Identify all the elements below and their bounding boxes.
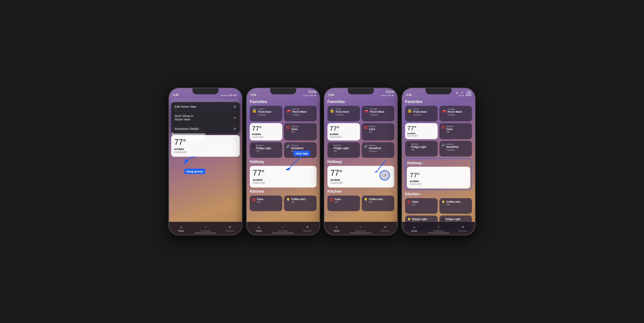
ecobee-tile-4[interactable]: 77° ecobee Cool to 80° (405, 123, 438, 139)
signal-icon-4: ▲▲▲ (458, 94, 464, 96)
time-1: 3:45 (173, 93, 178, 96)
home-label-3: Home (334, 230, 340, 232)
fridge-light-tile-2[interactable]: ☰ Kitchen Fridge Light Off (250, 142, 282, 158)
foyer-tile-4[interactable]: 🔒 Foyer Front Door Locked (405, 106, 438, 121)
tile-text: Kitchen Cans Off (291, 125, 298, 133)
phone-frame-1: 3:45 ▲▲▲ WiFi ▮ ▷ Edit Home View ⊞ Don't… (168, 88, 242, 235)
cans-icon-4: ⭕ (442, 125, 445, 129)
foyer-front-door-tile-2[interactable]: 🔒 Foyer Front Door Locked (250, 106, 282, 121)
tile-text: Garage Perch West Closed (448, 108, 462, 116)
collapse-arrow-3 (368, 159, 390, 172)
dont-show-item[interactable]: Don't Show inHome View ⊖ (171, 111, 240, 124)
tile-status: Off (291, 131, 298, 133)
homepod-tile-4[interactable]: 🔊 Kitchen HomePod Paused (440, 141, 472, 157)
hallway-status-4: Cool to 80° (410, 183, 467, 185)
tile-title: Fridge Light (256, 147, 271, 150)
coffee-tile-k3[interactable]: 💡 Coffee and... Off (362, 196, 394, 211)
tile-title: HomePod (446, 145, 458, 148)
fridge-light-icon-4: ☰ (442, 218, 444, 221)
fridge-tile-4[interactable]: ☰ Kitchen Fridge Light Off (405, 141, 438, 157)
nav-automation-1[interactable]: ✓ Automation (193, 225, 218, 232)
cans-tile-k3[interactable]: ⭕ Cans Off (328, 196, 360, 211)
nav-discover-4[interactable]: ★ Discover (451, 225, 475, 232)
garage-icon-3: 🚗 (364, 108, 369, 113)
edit-home-label: Edit Home View (175, 105, 196, 108)
tile-title: HomePod (291, 147, 303, 150)
tile-title: Coffee and... (291, 198, 307, 201)
favorites-header-4: Favorites (405, 99, 472, 104)
tile-title: Perch West (292, 110, 306, 113)
favorites-header-2: Favorites (250, 99, 316, 104)
nav-discover-2[interactable]: ★ Discover (295, 225, 320, 232)
foyer-tile-3[interactable]: 🔒 Foyer Front Door Locked (328, 106, 360, 121)
garage-icon-2: 🚗 (286, 108, 291, 113)
nav-automation-2[interactable]: ✓ Automation (271, 225, 295, 232)
tile-top: ☰ Kitchen Fridge Light Off (252, 144, 280, 152)
tile-status: Off (334, 201, 341, 203)
tile-title: Cans (412, 200, 418, 203)
fridge-icon-3: ☰ (330, 145, 332, 148)
automation-label-3: Automation (356, 230, 366, 232)
tile-title: Cans (446, 128, 454, 131)
cans-tile-k4[interactable]: ⭕ Cans Off (405, 198, 438, 214)
tile-status: Off (411, 148, 426, 151)
screen-3: 3:45 ▲▲▲ WiFi ▮ Perch Done Favorites (324, 88, 397, 235)
coffee-tile-2[interactable]: 💡 Coffee and... Off (284, 196, 316, 211)
nav-home-1[interactable]: ⌂ Home (169, 225, 193, 232)
tile-title: Fridge Light (334, 147, 349, 150)
nav-home-2[interactable]: ⌂ Home (247, 225, 271, 232)
coffee-tile-k4[interactable]: 💡 Coffee and... Off (440, 198, 472, 214)
nav-discover-1[interactable]: ★ Discover (218, 225, 242, 232)
garage-perch-tile-2[interactable]: 🚗 Garage Perch West Closed (284, 106, 316, 121)
ecobee-tile-2[interactable]: 77° ecobee Cool to 80° (250, 123, 282, 140)
homepod-tile-3[interactable]: 🔊 Kitchen HomePod Paused (362, 142, 394, 158)
tile-top: ⭕ Cans Off (407, 200, 436, 206)
edit-home-view-item[interactable]: Edit Home View ⊞ (171, 102, 240, 111)
tile-text: Coffee and... Off (291, 198, 307, 203)
garage-tile-4[interactable]: 🚗 Garage Perch West Closed (440, 106, 472, 121)
tile-text: Kitchen Cans Off (446, 125, 454, 133)
battery-icon-4: ▮ (470, 94, 471, 96)
room-label: Kitchen (334, 144, 349, 147)
kitchen-section-header-4[interactable]: Kitchen › (405, 192, 472, 196)
room-label: Garage (448, 108, 462, 110)
tile-title: Cans (257, 198, 263, 201)
tile-text: Coffee and... Off (369, 198, 384, 203)
hallway-thermostat-4[interactable]: 77° ecobee Cool to 80° (407, 167, 470, 188)
phone-frame-4: 3:45 ▲▲▲ WiFi ▮ Perch ≋ + ••• Fav (402, 88, 476, 235)
fridge-tile-3[interactable]: ☰ Kitchen Fridge Light Off (328, 142, 360, 158)
cans-tile-4[interactable]: ⭕ Kitchen Cans Off (440, 123, 472, 139)
home-label-4: Home (412, 230, 417, 232)
homepod-icon-4: 🔊 (442, 143, 445, 147)
ecobee-tile-3[interactable]: 77° ecobee Cool to 80° (328, 123, 360, 140)
tile-text: Kitchen Fridge Light Off (256, 144, 271, 152)
kitchen-header-2: Kitchen (250, 189, 316, 194)
nav-home-4[interactable]: ⌂ Home (402, 225, 426, 232)
tile-top: ⭕ Kitchen Cans Off (442, 125, 470, 133)
nav-automation-3[interactable]: ✓ Automation (349, 225, 373, 232)
thermostat-card-1[interactable]: 77° ecobee Cool to 80° (171, 135, 240, 157)
tile-top: ☰ Kitchen Fridge Light Off (330, 144, 358, 152)
long-press-annotation: long-press (184, 169, 240, 174)
discover-icon-4: ★ (461, 225, 464, 229)
nav-automation-4[interactable]: ✓ Automation (426, 225, 451, 232)
tile-title: HomePod (369, 147, 381, 150)
tile-top: 💡 Coffee and... Off (442, 200, 470, 206)
tile-title: Coffee and... (446, 200, 462, 203)
kitchen-cans-tile-2[interactable]: ⭕ Kitchen Cans Off (284, 123, 316, 140)
status-icons-4: ▲▲▲ WiFi ▮ (458, 94, 471, 96)
tile-status: Closed (292, 113, 306, 116)
screen-2: 3:45 ▲▲▲ WiFi ▮ Perch Done Favorites (247, 88, 320, 235)
hallway-section-header-4[interactable]: Hallway › (407, 161, 470, 165)
hallway-section-2: 77° ecobee Cool to 80° no (250, 166, 316, 188)
nav-discover-3[interactable]: ★ Discover (373, 225, 397, 232)
garage-tile-3[interactable]: 🚗 Garage Perch West Closed (362, 106, 394, 121)
home-indicator-4 (428, 233, 449, 234)
cans-tile-2[interactable]: ⭕ Cans Off (250, 196, 282, 211)
tile-text: Cans Off (257, 198, 263, 203)
cans-tile-3[interactable]: ⭕ Kitchen Cans Off (362, 123, 394, 140)
nav-home-3[interactable]: ⌂ Home (324, 225, 349, 232)
accessory-details-item[interactable]: Accessory Details ⚙ (171, 124, 240, 133)
kitchen-grid-3: ⭕ Cans Off 💡 Coffee and... O (328, 196, 394, 211)
device-status-1: Cool to 80° (174, 151, 237, 154)
